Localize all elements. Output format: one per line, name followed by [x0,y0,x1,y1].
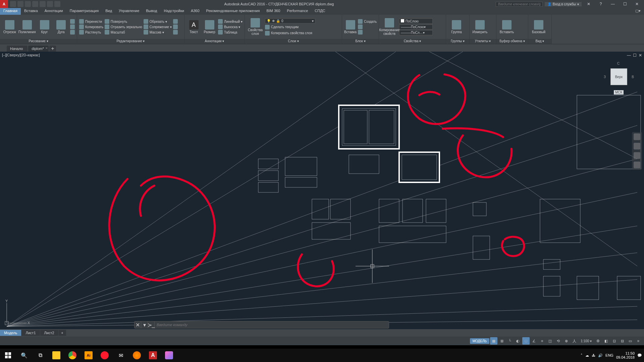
qat-new-icon[interactable] [10,1,16,7]
scale-button[interactable]: Масштаб [105,30,142,35]
cmd-recent-icon[interactable]: ▾ [141,321,148,328]
panel-draw-title[interactable]: Рисование ▾ [0,39,77,44]
modify-extra-3[interactable] [173,30,178,35]
draw-extra-1[interactable] [70,19,75,24]
linear-dim-button[interactable]: Линейный ▾ [218,19,243,24]
copy-layer-props-button[interactable]: Копировать свойства слоя [265,31,315,36]
illustrator-icon[interactable]: Ai [80,349,97,362]
nav-orbit-icon[interactable] [634,162,640,168]
insert-block-button[interactable]: Вставка [344,20,357,34]
group-button[interactable]: Группа [448,20,465,34]
stretch-button[interactable]: Растянуть [79,30,103,35]
panel-layers-title[interactable]: Слои ▾ [245,39,342,44]
draw-extra-3[interactable] [70,30,75,35]
viewcube[interactable]: С В З Верх МСК [604,62,634,92]
qat-save-icon[interactable] [25,1,31,7]
layout-add-button[interactable]: + [59,330,66,336]
measure-button[interactable]: Измерить [472,20,488,34]
taskview-icon[interactable]: ⧉ [32,349,48,362]
layer-properties-button[interactable]: Свойства слоя [247,18,264,36]
file-tab-diplom[interactable]: diplom*✕ [28,46,49,52]
tray-chevron-icon[interactable]: ˄ [581,353,583,358]
viewcube-face[interactable]: Верх [610,68,627,85]
cmd-close-icon[interactable]: ✕ [135,321,141,328]
tab-manage[interactable]: Управление [115,8,143,15]
tab-insert[interactable]: Вставка [21,8,41,15]
explorer-icon[interactable] [48,349,64,362]
help-search-input[interactable] [496,2,543,7]
qat-redo-icon[interactable] [54,1,60,7]
help-icon[interactable]: ? [596,1,606,7]
status-annomon-icon[interactable]: ⊕ [562,337,570,345]
tab-spds[interactable]: СПДС [311,8,328,15]
qat-saveas-icon[interactable] [32,1,38,7]
tab-output[interactable]: Вывод [143,8,160,15]
mail-icon[interactable]: ✉ [113,349,129,362]
app-logo-icon[interactable]: A [0,0,8,8]
lineweight-combo[interactable]: ———ПоСлою▾ [399,24,433,29]
circle-button[interactable]: Круг [37,20,52,34]
status-annoscale-icon[interactable]: 人 [571,337,578,345]
signin-button[interactable]: 👤Вход в службы▾ [545,2,582,6]
status-osnap-icon[interactable]: □ [522,337,530,345]
tab-addins[interactable]: Надстройки [161,8,187,15]
close-button[interactable]: ✕ [632,1,642,7]
tray-notifications-icon[interactable]: 💬 [637,353,642,358]
status-hardware-icon[interactable]: ⊟ [619,337,626,345]
drawing-canvas[interactable]: [–][Сверху][2D-каркас] — ☐ ✕ [0,52,644,337]
paste-button[interactable]: Вставить [498,20,515,34]
ribbon-collapse-icon[interactable]: ▢▾ [632,8,644,15]
qat-plot-icon[interactable] [40,1,46,7]
dimension-button[interactable]: Размер [202,20,217,34]
status-gear-icon[interactable]: ⚙ [594,337,602,345]
status-ws-icon[interactable]: ◧ [602,337,610,345]
array-button[interactable]: Массив ▾ [144,30,172,35]
arc-button[interactable]: Дуга [53,20,69,34]
nav-wheel-icon[interactable] [634,133,640,140]
make-current-button[interactable]: Сделать текущим [265,25,315,29]
base-view-button[interactable]: Базовый [530,20,547,34]
status-snap-icon[interactable]: ⊞ [498,337,505,345]
maximize-button[interactable]: ☐ [620,1,630,7]
exchange-icon[interactable]: ✕ [584,1,594,7]
panel-modify-title[interactable]: Редактирование ▾ [77,39,184,44]
tab-parametric[interactable]: Параметризация [66,8,102,15]
status-cleanscreen-icon[interactable]: ▭ [627,337,634,345]
tab-performance[interactable]: Performance [283,8,311,15]
modify-extra-2[interactable] [173,24,178,29]
status-polar-icon[interactable]: ◐ [514,337,522,345]
edit-block-button[interactable] [358,24,377,29]
matchprops-button[interactable]: Копирование свойств [381,18,398,36]
tab-home[interactable]: Главная [0,8,21,15]
status-model-button[interactable]: МОДЕЛЬ [470,338,489,344]
tray-cloud-icon[interactable]: ☁ [585,353,589,358]
panel-clipboard-title[interactable]: Буфер обмена ▾ [496,39,528,44]
tab-bim360[interactable]: BIM 360 [263,8,283,15]
qat-open-icon[interactable] [17,1,23,7]
mirror-button[interactable]: Отразить зеркально [105,24,142,29]
opera-icon[interactable] [97,349,113,362]
status-ortho-icon[interactable]: └ [506,337,514,345]
tab-annotate[interactable]: Аннотации [41,8,66,15]
minimize-button[interactable]: — [608,1,618,7]
layer-combo[interactable]: 💡❄🔒0▾ [265,18,315,23]
viewcube-wcs[interactable]: МСК [614,90,624,95]
status-cycling-icon[interactable]: ⟲ [554,337,562,345]
tray-network-icon[interactable]: 🖧 [592,353,595,357]
tray-clock[interactable]: 11:5009.04.2018 [616,351,635,359]
nav-pan-icon[interactable] [634,143,640,149]
qat-undo-icon[interactable] [47,1,53,7]
linetype-combo[interactable]: ———ПоСл…▾ [399,30,433,35]
color-combo[interactable]: ПоСлою [399,18,433,24]
nav-zoom-icon[interactable] [634,152,640,159]
line-button[interactable]: Отрезок [2,20,17,34]
chrome-icon[interactable] [64,349,80,362]
status-transparency-icon[interactable]: ◫ [546,337,554,345]
search-icon[interactable]: 🔍 [16,349,32,362]
table-button[interactable]: Таблица [218,30,243,35]
create-block-button[interactable]: Создать [358,19,377,24]
status-scale[interactable]: 1:100 ▾ [579,339,594,343]
copy-button[interactable]: Копировать [79,24,103,29]
panel-properties-title[interactable]: Свойства ▾ [379,39,446,44]
tray-language[interactable]: ENG [605,353,613,357]
